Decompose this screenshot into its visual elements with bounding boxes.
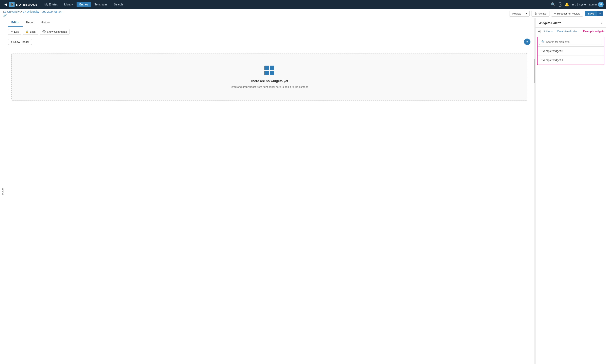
icon-square-br [270,71,274,75]
example-widgets-label: Example widgets [583,30,604,33]
nav-user-name: system admin [579,3,597,6]
request-for-review-button[interactable]: ✏ Request for Review [551,11,583,16]
nav-right: 🔍 ? 🔔 esp | system admin SA [551,2,604,7]
request-icon: ✏ [554,12,556,15]
widget-item-0[interactable]: Example widget 0 [537,47,604,56]
review-dropdown-arrow[interactable]: ▼ [524,11,529,16]
panel-collapse-button[interactable]: » [601,21,603,25]
editor-area: Editor Report History ✏ Edit 🔒 Lock 💬 Sh… [5,18,534,364]
panel-tab-prev-arrow[interactable]: ◀ [537,28,541,35]
hamburger-button[interactable]: ≡ [524,39,530,45]
panel-highlight-box: 🔍 Example widget 0 Example widget 1 [537,37,604,65]
comments-label: Show Comments [47,30,67,33]
tab-history[interactable]: History [38,18,53,27]
help-icon-button[interactable]: ? [558,2,562,7]
save-dropdown-arrow[interactable]: ▼ [597,11,603,16]
breadcrumb-bar: L7 University > L7 University - 002 2024… [0,9,606,18]
hamburger-icon: ≡ [526,40,528,43]
brand: 📓 NOTEBOOKS [9,2,38,7]
breadcrumb-actions: Review ▼ 🗑 Archive ✏ Request for Review … [509,11,603,16]
widgets-panel-header: Widgets Palette » [536,18,606,28]
drop-zone-icon [264,65,274,75]
notification-icon-button[interactable]: 🔔 [565,2,569,7]
brand-icon: 📓 [9,2,14,7]
save-button[interactable]: Save [585,11,597,16]
panel-search: 🔍 [537,37,604,47]
save-group: Save ▼ [585,11,603,16]
search-input[interactable] [546,40,600,43]
nav-library[interactable]: Library [61,2,76,7]
widget-list: Example widget 0 Example widget 1 [537,47,604,65]
nav-user: esp | system admin SA [571,2,604,7]
show-header-chevron-icon: ▾ [11,40,12,43]
tab-report[interactable]: Report [23,18,38,27]
editor-content: There are no widgets yet Drag and drop w… [5,47,534,364]
data-visualization-label: Data Visualization [557,30,578,33]
widgets-panel: Widgets Palette » ◀ finitions Data Visua… [535,18,606,364]
drop-zone-description: Drag and drop widget from right panel he… [231,85,308,88]
breadcrumb-link1[interactable]: L7 University [3,10,20,13]
panel-tab-example-widgets[interactable]: Example widgets [581,28,606,35]
widgets-panel-title: Widgets Palette [539,21,561,25]
breadcrumb: L7 University > L7 University - 002 2024… [3,10,62,13]
breadcrumb-link2[interactable]: L7 University - 002 2024-05-24 [23,10,62,13]
nav-user-lang: esp [571,3,576,6]
request-label: Request for Review [557,12,580,15]
breadcrumb-left: L7 University > L7 University - 002 2024… [3,10,62,17]
breadcrumb-link-icon[interactable]: 🔗 [3,14,62,17]
nav-my-entries[interactable]: My Entries [41,2,61,7]
review-button[interactable]: Review [510,11,524,16]
details-tab[interactable]: Details [0,18,5,364]
comments-icon: 💬 [42,30,46,33]
drop-zone: There are no widgets yet Drag and drop w… [11,53,527,101]
nav-search[interactable]: Search [111,2,126,7]
panel-tab-finitions[interactable]: finitions [541,28,555,35]
back-button[interactable]: ◀ [2,1,9,8]
breadcrumb-separator: > [20,10,23,13]
panel-tab-data-visualization[interactable]: Data Visualization [555,28,581,35]
show-header-bar: ▾ Show Header ≡ [5,37,534,47]
drop-zone-title: There are no widgets yet [250,79,288,83]
archive-icon: 🗑 [534,12,537,15]
main-layout: Details Editor Report History ✏ Edit 🔒 L… [0,18,606,364]
lock-button[interactable]: 🔒 Lock [23,29,38,35]
archive-label: Archive [538,12,546,15]
avatar: SA [598,2,604,7]
nav-templates[interactable]: Templates [92,2,110,7]
search-icon-button[interactable]: 🔍 [551,2,555,7]
edit-label: Edit [14,30,19,33]
editor-toolbar: ✏ Edit 🔒 Lock 💬 Show Comments [5,27,534,37]
lock-label: Lock [30,30,35,33]
show-comments-button[interactable]: 💬 Show Comments [40,29,69,35]
edit-icon: ✏ [11,30,13,33]
show-header-button[interactable]: ▾ Show Header [8,39,32,45]
brand-text: NOTEBOOKS [16,3,38,6]
search-icon: 🔍 [541,40,545,43]
finitions-label: finitions [544,30,552,33]
search-input-wrap: 🔍 [539,39,602,45]
top-nav: ◀ 📓 NOTEBOOKS My Entries Library Entries… [0,0,606,9]
edit-button[interactable]: ✏ Edit [8,29,21,35]
scrollbar[interactable] [534,18,535,364]
show-header-label: Show Header [13,40,29,43]
archive-button[interactable]: 🗑 Archive [531,11,550,16]
avatar-initials: SA [599,3,602,6]
widget-item-1[interactable]: Example widget 1 [537,56,604,65]
icon-square-tr [270,65,274,70]
icon-square-bl [264,71,269,75]
editor-tabs: Editor Report History [5,18,534,27]
nav-entries[interactable]: Entries [77,2,91,7]
review-dropdown: Review ▼ [509,11,530,16]
nav-separator: | [577,3,578,6]
nav-links: My Entries Library Entries Templates Sea… [41,2,551,7]
panel-tabs: ◀ finitions Data Visualization Example w… [536,28,606,35]
tab-editor[interactable]: Editor [8,18,23,27]
icon-square-tl [264,65,269,70]
lock-icon: 🔒 [26,30,29,33]
